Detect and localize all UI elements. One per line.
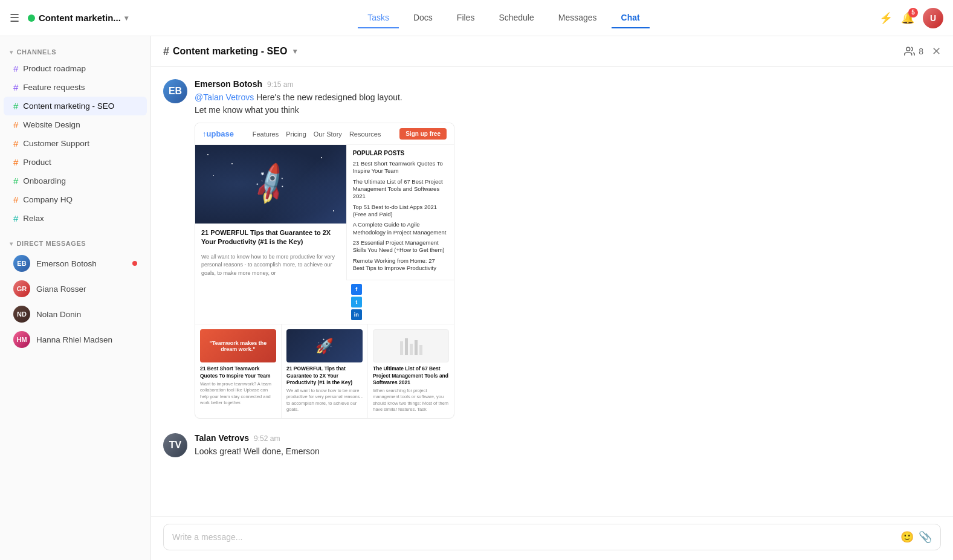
blog-card-image-2: 🚀 [286,329,363,362]
tab-messages[interactable]: Messages [549,8,607,28]
top-nav: ☰ Content marketin... ▾ Tasks Docs Files… [0,0,953,36]
facebook-icon[interactable]: f [351,284,362,295]
message-input-wrapper: 🙂 📎 [163,524,941,550]
user-avatar[interactable]: U [923,8,943,28]
bolt-icon[interactable]: ⚡ [879,11,893,25]
message-text: Looks great! Well done, Emerson [195,445,941,458]
blog-signup-button[interactable]: Sign up free [399,128,447,140]
tab-files[interactable]: Files [447,8,485,28]
chat-input-area: 🙂 📎 [151,516,953,560]
blog-post-link[interactable]: 23 Essential Project Management Skills Y… [353,239,448,254]
channel-label: Company HQ [23,195,73,204]
message-avatar: TV [163,433,187,457]
message-author: Talan Vetrovs [195,433,249,443]
hash-icon: # [13,195,18,205]
svg-rect-2 [405,338,408,355]
blog-post-link[interactable]: The Ultimate List of 67 Best Project Man… [353,178,448,201]
hash-icon: # [13,176,18,186]
dm-nolan-donin[interactable]: ND Nolan Donin [4,301,147,327]
tab-chat[interactable]: Chat [612,8,650,28]
dm-emerson-botosh[interactable]: EB Emerson Botosh [4,251,147,276]
members-button[interactable]: 8 [904,46,923,57]
hamburger-icon[interactable]: ☰ [10,11,19,25]
attach-icon[interactable]: 📎 [919,530,932,544]
emoji-icon[interactable]: 🙂 [900,530,914,544]
svg-rect-4 [415,340,418,355]
linkedin-icon[interactable]: in [351,309,362,320]
tab-schedule[interactable]: Schedule [489,8,543,28]
dm-giana-rosser[interactable]: GR Giana Rosser [4,276,147,301]
chat-messages: EB Emerson Botosh 9:15 am @Talan Vetrovs… [151,67,953,516]
hash-icon: # [13,101,18,111]
channel-label: Content marketing - SEO [23,101,114,111]
channel-label: Product roadmap [23,64,86,73]
chart-icon [399,335,423,356]
dm-name: Emerson Botosh [36,259,97,268]
blog-post-link[interactable]: A Complete Guide to Agile Methodology in… [353,221,448,236]
message-content: Emerson Botosh 9:15 am @Talan Vetrovs He… [195,79,941,419]
blog-bottom-card-1: "Teamwork makes the dream work." 21 Best… [195,324,282,417]
dm-section-header[interactable]: ▾ DIRECT MESSAGES [0,235,150,251]
tab-tasks[interactable]: Tasks [358,8,399,28]
message-text-after: Here's the new redesigned blog layout. [254,92,402,102]
channel-label: Relax [23,214,44,223]
message-avatar: EB [163,79,187,103]
hash-icon: # [13,120,18,130]
dm-name: Giana Rosser [36,285,86,294]
member-count: 8 [919,47,923,56]
message-input[interactable] [172,532,896,542]
channel-item-relax[interactable]: # Relax [4,209,147,228]
tab-docs[interactable]: Docs [404,8,442,28]
channel-item-product-roadmap[interactable]: # Product roadmap [4,59,147,78]
channel-dropdown-icon[interactable]: ▾ [293,47,297,56]
dm-hanna-rhiel-madsen[interactable]: HM Hanna Rhiel Madsen [4,327,147,352]
members-icon [904,46,915,57]
message-header: Emerson Botosh 9:15 am [195,79,941,89]
chat-channel-name: # Content marketing - SEO ▾ [163,45,297,58]
hash-icon: # [13,138,18,149]
blog-featured-body: We all want to know how to be more produ… [195,253,346,284]
channel-item-feature-requests[interactable]: # Feature requests [4,78,147,97]
channel-item-onboarding[interactable]: # Onboarding [4,172,147,190]
channel-item-content-marketing-seo[interactable]: # Content marketing - SEO [4,97,147,115]
project-name-label: Content marketin... [39,13,121,23]
blog-post-link[interactable]: 21 Best Short Teamwork Quotes To Inspire… [353,160,448,175]
blog-sidebar-section: POPULAR POSTS 21 Best Short Teamwork Quo… [346,145,454,324]
rocket-icon: 🚀 [247,161,295,208]
dm-label: DIRECT MESSAGES [17,240,86,247]
blog-featured-image: 🚀 [195,145,346,224]
blog-bottom-grid: "Teamwork makes the dream work." 21 Best… [195,324,454,417]
nav-tabs: Tasks Docs Files Schedule Messages Chat [358,8,650,28]
close-icon[interactable]: ✕ [932,45,941,58]
chat-hash-icon: # [163,45,169,58]
blog-post-link[interactable]: Top 51 Best to-do List Apps 2021 (Free a… [353,204,448,219]
dm-avatar: ND [13,306,30,323]
svg-rect-5 [419,345,422,355]
svg-rect-3 [410,344,413,355]
blog-bottom-card-3: The Ultimate List of 67 Best Project Man… [368,324,454,417]
dm-section: ▾ DIRECT MESSAGES EB Emerson Botosh GR G… [0,235,150,352]
message-content: Talan Vetrovs 9:52 am Looks great! Well … [195,433,941,458]
channel-item-customer-support[interactable]: # Customer Support [4,134,147,153]
blog-post-link[interactable]: Remote Working from Home: 27 Best Tips t… [353,257,448,272]
channel-item-company-hq[interactable]: # Company HQ [4,190,147,209]
project-title[interactable]: Content marketin... ▾ [28,13,128,23]
blog-card-body-2: We all want to know how to be more produ… [286,388,363,413]
channel-item-product[interactable]: # Product [4,153,147,172]
dm-name: Hanna Rhiel Madsen [36,335,112,344]
channels-label: CHANNELS [17,48,57,56]
hash-icon: # [13,63,18,74]
message-group: TV Talan Vetrovs 9:52 am Looks great! We… [163,433,941,458]
message-header: Talan Vetrovs 9:52 am [195,433,941,443]
message-time: 9:15 am [267,80,293,89]
blog-preview-card: ↑upbase Features Pricing Our Story Resou… [195,123,454,419]
channel-item-website-design[interactable]: # Website Design [4,115,147,134]
blog-card-body-1: Want to improve teamwork? A team collabo… [200,381,276,407]
notifications-bell[interactable]: 🔔 5 [901,11,914,25]
blog-main-content: 🚀 21 POWERFUL Tips that Guarantee [195,145,454,324]
channels-section-header[interactable]: ▾ CHANNELS [0,43,150,59]
channel-label: Onboarding [23,176,66,185]
channel-label: Customer Support [23,139,89,148]
message-time: 9:52 am [254,434,280,443]
twitter-icon[interactable]: t [351,297,362,307]
